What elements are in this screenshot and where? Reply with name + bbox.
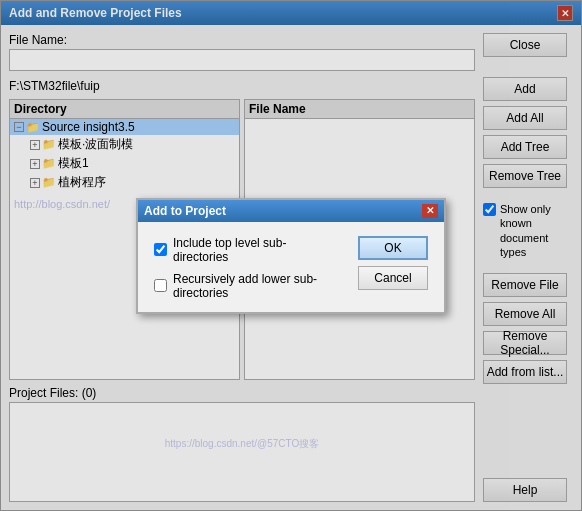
modal-checkboxes: Include top level sub-directories Recurs… (154, 236, 338, 300)
include-subdirs-checkbox[interactable] (154, 243, 167, 256)
modal-title-bar: Add to Project ✕ (138, 200, 444, 222)
modal-body: Include top level sub-directories Recurs… (138, 222, 444, 312)
modal-cancel-button[interactable]: Cancel (358, 266, 428, 290)
modal-close-button[interactable]: ✕ (422, 204, 438, 218)
include-subdirs-label: Include top level sub-directories (173, 236, 338, 264)
modal-ok-button[interactable]: OK (358, 236, 428, 260)
recursive-subdirs-label: Recursively add lower sub-directories (173, 272, 338, 300)
modal-buttons: OK Cancel (338, 236, 428, 290)
modal-title: Add to Project (144, 204, 226, 218)
recursive-subdirs-checkbox[interactable] (154, 279, 167, 292)
modal-overlay: Add to Project ✕ Include top level sub-d… (0, 0, 582, 511)
modal-dialog: Add to Project ✕ Include top level sub-d… (136, 198, 446, 314)
modal-checkbox-row-1: Include top level sub-directories (154, 236, 338, 264)
modal-content-row: Include top level sub-directories Recurs… (154, 236, 428, 300)
modal-checkbox-row-2: Recursively add lower sub-directories (154, 272, 338, 300)
